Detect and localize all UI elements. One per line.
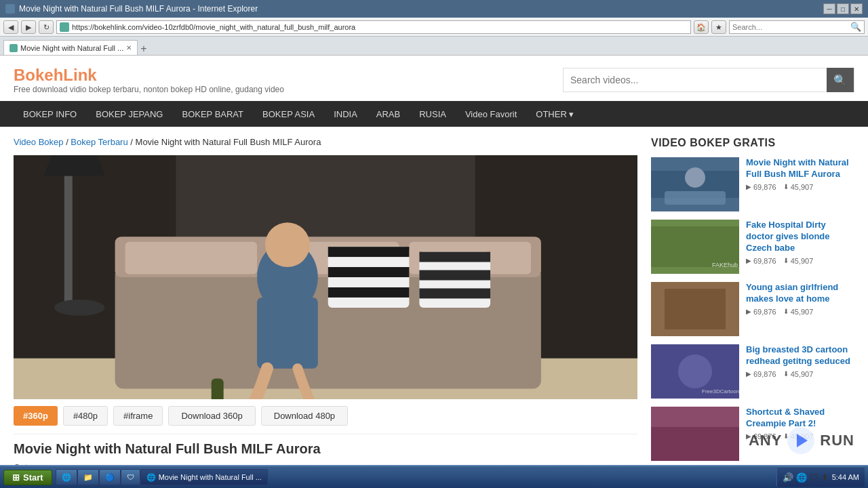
start-icon: ⊞: [12, 472, 20, 483]
new-tab-button[interactable]: +: [138, 43, 149, 55]
browser-search-bar[interactable]: 🔍: [729, 20, 865, 34]
nav-video-favorit[interactable]: Video Favorit: [456, 101, 526, 127]
breadcrumb-category[interactable]: Bokep Terbaru: [71, 137, 127, 147]
svg-rect-16: [419, 288, 490, 298]
sidebar-video-2[interactable]: Young asian girlfriend makes love at hom…: [651, 282, 854, 336]
nav-bokep-barat[interactable]: BOKEP BARAT: [172, 101, 253, 127]
tab-favicon-taskbar: 🌐: [146, 473, 156, 482]
anyrun-watermark: ANY RUN: [749, 427, 854, 454]
svg-rect-30: [665, 191, 726, 205]
browser-icon-taskbar[interactable]: 🌐: [56, 469, 77, 485]
folder-icon: 📁: [83, 473, 93, 482]
anyrun-logo-icon: [787, 427, 814, 454]
shield-icon: 🛡: [127, 473, 134, 481]
chrome-button[interactable]: 🔵: [99, 469, 121, 485]
download-360p-button[interactable]: Download 360p: [168, 406, 255, 426]
maximize-button[interactable]: □: [837, 3, 849, 14]
close-button[interactable]: ✕: [850, 3, 863, 14]
svg-marker-23: [44, 155, 105, 176]
svg-rect-10: [328, 247, 410, 257]
video-thumb-4: [651, 407, 739, 461]
site-logo[interactable]: BokehLink: [14, 66, 284, 85]
svg-point-18: [265, 222, 310, 267]
sidebar-title: VIDEO BOKEP GRATIS: [651, 137, 854, 149]
play-icon-3: ▶: [746, 370, 751, 378]
breadcrumb: Video Bokep / Bokep Terbaru / Movie Nigh…: [14, 137, 637, 147]
minimize-button[interactable]: ─: [823, 3, 835, 14]
favorites-button[interactable]: ★: [711, 20, 726, 34]
chrome-icon: 🔵: [105, 473, 115, 482]
nav-menu: BOKEP INFO BOKEP JEPANG BOKEP BARAT BOKE…: [0, 101, 868, 127]
active-window-button[interactable]: 🌐 Movie Night with Natural Full ...: [140, 469, 268, 485]
svg-point-29: [685, 167, 705, 188]
video-card-title-4[interactable]: Shortcut & Shaved Creampie Part 2!: [746, 407, 854, 430]
search-button[interactable]: 🔍: [827, 68, 854, 92]
video-stats-3: ▶ 69,876 ⬇ 45,907: [746, 370, 854, 378]
quality-360p-button[interactable]: #360p: [14, 406, 58, 426]
nav-rusia[interactable]: RUSIA: [410, 101, 456, 127]
browser-search-input[interactable]: [732, 23, 850, 31]
tray-icons: 🔊 🌐 🛡 ⬆: [783, 472, 829, 483]
views-0: ▶ 69,876: [746, 183, 776, 191]
video-stats-1: ▶ 69,876 ⬇ 45,907: [746, 257, 854, 265]
tabs-bar: Movie Night with Natural Full ... ✕ +: [0, 37, 868, 56]
nav-arab[interactable]: ARAB: [367, 101, 410, 127]
download-480p-button[interactable]: Download 480p: [261, 406, 348, 426]
nav-bokep-asia[interactable]: BOKEP ASIA: [253, 101, 324, 127]
browser-search-icon[interactable]: 🔍: [850, 22, 861, 32]
anyrun-play-icon: [797, 434, 808, 447]
url-input[interactable]: [72, 23, 688, 31]
window-controls[interactable]: ─ □ ✕: [823, 3, 863, 14]
tab-favicon: [9, 44, 18, 52]
sidebar-video-0[interactable]: Movie Night with Natural Full Bush MILF …: [651, 157, 854, 211]
logo-area: BokehLink Free download vidio bokep terb…: [14, 66, 284, 94]
browser-title-bar: Movie Night with Natural Full Bush MILF …: [0, 0, 868, 18]
video-card-title-2[interactable]: Young asian girlfriend makes love at hom…: [746, 282, 854, 305]
download-icon-0: ⬇: [783, 183, 789, 190]
thumb-svg-3: Free3DCartoon: [651, 344, 739, 399]
nav-india[interactable]: INDIA: [324, 101, 367, 127]
downloads-0: ⬇ 45,907: [783, 183, 814, 191]
thumb-svg-0: [651, 157, 739, 211]
system-time: 5:44 AM: [832, 473, 859, 481]
video-card-title-0[interactable]: Movie Night with Natural Full Bush MILF …: [746, 157, 854, 180]
video-thumb-1: FAKEhub: [651, 220, 739, 274]
sidebar-video-1[interactable]: FAKEhub Fake Hospital Dirty doctor gives…: [651, 220, 854, 274]
nav-other[interactable]: OTHER ▾: [526, 101, 583, 127]
thumb-svg-2: [651, 282, 739, 336]
play-icon-0: ▶: [746, 183, 751, 190]
video-card-title-3[interactable]: Big breasted 3D cartoon redhead getitng …: [746, 344, 854, 367]
svg-point-37: [678, 354, 712, 388]
refresh-button[interactable]: ↻: [39, 20, 54, 34]
quality-480p-button[interactable]: #480p: [63, 406, 108, 426]
svg-point-24: [54, 300, 105, 316]
start-button[interactable]: ⊞ Start: [3, 470, 52, 485]
sidebar-video-3[interactable]: Free3DCartoon Big breasted 3D cartoon re…: [651, 344, 854, 399]
download-icon-1: ⬇: [783, 257, 789, 264]
address-bar[interactable]: [56, 20, 691, 34]
video-scene: Aunt Judy's: [14, 155, 637, 399]
views-1: ▶ 69,876: [746, 257, 776, 265]
search-input[interactable]: [564, 75, 827, 85]
nav-bokep-info[interactable]: BOKEP INFO: [14, 101, 86, 127]
divider: [14, 434, 637, 434]
network-icon: 🌐: [796, 472, 807, 483]
home-button[interactable]: 🏠: [694, 20, 709, 34]
active-tab[interactable]: Movie Night with Natural Full ... ✕: [3, 40, 138, 55]
tab-label: Movie Night with Natural Full ...: [20, 44, 123, 52]
svg-text:Free3DCartoon: Free3DCartoon: [702, 388, 739, 394]
breadcrumb-home[interactable]: Video Bokep: [14, 137, 64, 147]
tab-close-button[interactable]: ✕: [126, 44, 132, 52]
forward-button[interactable]: ▶: [21, 20, 36, 34]
iframe-button[interactable]: #iframe: [113, 406, 163, 426]
start-label: Start: [23, 472, 43, 483]
folder-button[interactable]: 📁: [77, 469, 99, 485]
nav-bokep-jepang[interactable]: BOKEP JEPANG: [86, 101, 172, 127]
security-taskbar-button[interactable]: 🛡: [121, 469, 140, 485]
video-player[interactable]: Aunt Judy's: [14, 155, 637, 399]
video-scene-svg: Aunt Judy's: [14, 155, 637, 399]
back-button[interactable]: ◀: [3, 20, 18, 34]
video-card-title-1[interactable]: Fake Hospital Dirty doctor gives blonde …: [746, 220, 854, 254]
search-form[interactable]: 🔍: [563, 68, 854, 92]
speaker-icon: 🔊: [783, 472, 793, 483]
